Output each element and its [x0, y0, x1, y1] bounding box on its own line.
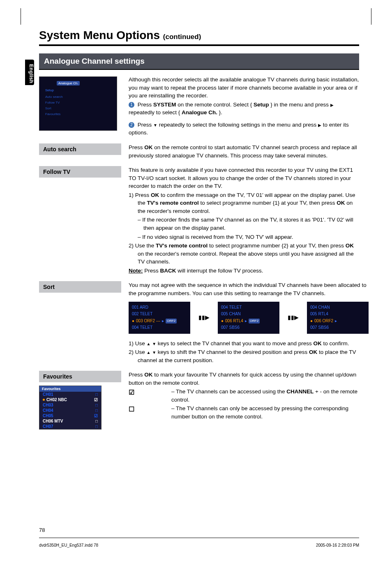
section-banner: Analogue Channel settings — [39, 53, 359, 69]
osd-item: Follow TV — [45, 101, 60, 104]
page-title: System Menu Options (continued) — [39, 29, 359, 42]
active-dot-icon — [43, 399, 45, 401]
step-badge-1: 1 — [129, 102, 134, 108]
osd-item: Sort — [45, 106, 51, 110]
down-arrow-icon — [153, 122, 157, 128]
intro-row: Analogue Ch. Setup Auto search Follow TV… — [39, 76, 359, 138]
follow-tv-li2: 2) Use the TV's remote control to select… — [129, 242, 359, 266]
right-arrow-icon — [318, 122, 321, 128]
favourites-osd: Favourites CH01□ CH02 NBC☑ CH03□ CH04□ C… — [39, 386, 101, 430]
down-arrow-icon — [152, 340, 156, 347]
footer-right: 2005-09-16 2:28:03 PM — [316, 543, 359, 548]
sort-li2: 2) Use keys to shift the TV channel to t… — [129, 348, 369, 364]
up-arrow-icon — [147, 340, 151, 347]
sort-diagram: 001 ARD 002 TELET ●003 ORF2 ---▸ORF2 004… — [129, 302, 369, 334]
intro-left: Analogue Ch. Setup Auto search Follow TV… — [39, 76, 121, 138]
checkbox-unchecked-icon: ☐ — [129, 404, 134, 420]
cropmark-tl-v — [21, 8, 21, 25]
intro-right: Although this recorder selects all the a… — [121, 76, 359, 138]
up-arrow-icon — [147, 349, 151, 355]
favourites-body: Press OK to mark your favourite TV chann… — [121, 371, 359, 430]
osd-item: Favourites — [45, 112, 60, 116]
follow-tv-dash1: – If the recorder finds the same TV chan… — [129, 216, 359, 232]
step-badge-2: 2 — [129, 122, 134, 128]
page-title-main: System Menu Options — [39, 29, 160, 42]
page-title-suffix: (continued) — [163, 33, 201, 41]
sort-panel-1: 001 ARD 002 TELET ●003 ORF2 ---▸ORF2 004… — [129, 302, 190, 334]
sort-panel-3: 004 CHAN 005 RTL4 ●006 ORF2▸ 007 SBS6 — [307, 302, 369, 334]
favourites-label: Favourites — [39, 371, 121, 382]
checkbox-checked-icon: ☑ — [129, 388, 134, 404]
follow-tv-dash2: – If no video signal is received from th… — [129, 233, 359, 241]
auto-search-label: Auto search — [39, 143, 121, 155]
page-number: 78 — [39, 527, 45, 533]
footer: dvdr5350H_EU_Eng537.indd 78 2005-09-16 2… — [39, 543, 359, 548]
sort-arrow-icon: ▮▮▶ — [198, 313, 210, 321]
down-arrow-icon — [152, 349, 156, 355]
auto-search-body: Press OK on the remote control to start … — [121, 143, 359, 160]
follow-tv-li1: 1) Press OK to confirm the message on th… — [129, 191, 359, 215]
follow-tv-note: Note: Press BACK will interrupt the foll… — [129, 267, 359, 275]
right-arrow-icon — [330, 102, 334, 108]
follow-tv-body: This feature is only available if you ha… — [121, 166, 359, 275]
sort-row: Sort You may not agree with the sequence… — [39, 281, 359, 365]
favourites-osd-header: Favourites — [39, 386, 101, 392]
favourites-row: Favourites Favourites CH01□ CH02 NBC☑ CH… — [39, 371, 359, 430]
intro-step1: 1 Press SYSTEM on the remote control. Se… — [129, 101, 359, 117]
sort-li1: 1) Use keys to select the TV channel tha… — [129, 340, 369, 348]
language-tab: English — [25, 60, 34, 85]
osd-topbar: Analogue Ch. — [57, 81, 80, 85]
follow-tv-label: Follow TV — [39, 166, 121, 178]
title-rule — [39, 44, 359, 46]
osd-screenshot: Analogue Ch. Setup Auto search Follow TV… — [39, 76, 117, 131]
sort-panel-2: 004 TELET 005 CHAN ●006 RTL4▸ORF2 007 SB… — [218, 302, 279, 334]
sort-arrow-icon: ▮▮▶ — [288, 313, 299, 321]
cropmark-tr-v — [371, 8, 371, 25]
banner-rule — [39, 69, 359, 70]
osd-item: Setup — [45, 88, 54, 92]
sort-body: You may not agree with the sequence in w… — [121, 281, 369, 365]
osd-item: Auto search — [45, 95, 63, 99]
footer-left: dvdr5350H_EU_Eng537.indd 78 — [39, 543, 98, 548]
sort-label: Sort — [39, 281, 121, 293]
follow-tv-row: Follow TV This feature is only available… — [39, 166, 359, 275]
intro-step2: 2 Press repeatedly to select the followi… — [129, 121, 359, 137]
footer-rule — [39, 538, 359, 538]
intro-paragraph: Although this recorder selects all the a… — [129, 76, 359, 100]
auto-search-row: Auto search Press OK on the remote contr… — [39, 143, 359, 160]
